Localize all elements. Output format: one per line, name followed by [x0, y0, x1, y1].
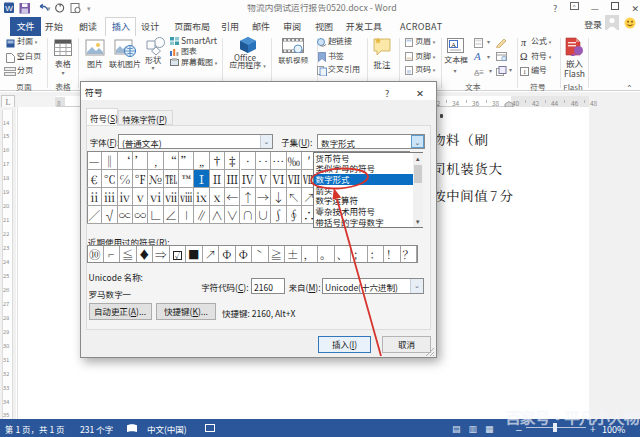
svg-text:▾: ▾ [87, 3, 91, 13]
svg-text:W: W [5, 4, 13, 13]
svg-text:▾: ▾ [47, 3, 51, 13]
svg-text:1: 1 [523, 68, 526, 75]
svg-text:A: A [451, 41, 456, 49]
